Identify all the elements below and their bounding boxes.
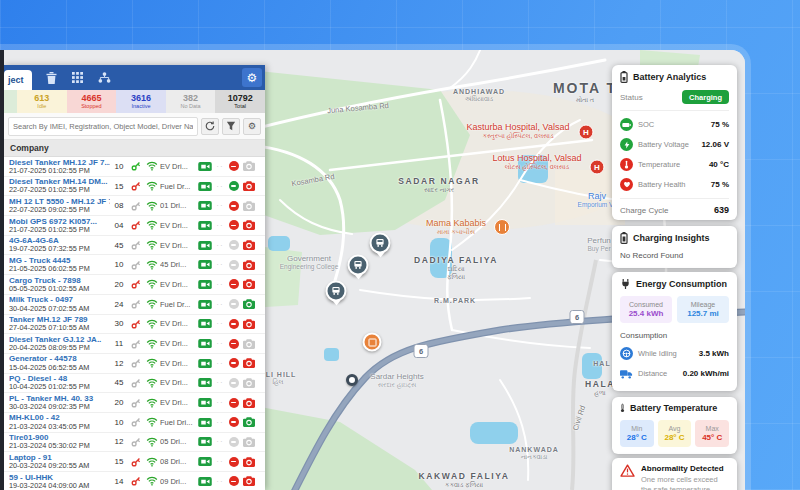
- immobilizer-status-icon[interactable]: [229, 457, 239, 467]
- snapshot-camera-wrap: [241, 260, 257, 270]
- ignition-key-icon: [128, 417, 143, 427]
- vehicle-row[interactable]: Milk Truck - 0497 30-04-2025 07:02:55 AM…: [4, 295, 265, 315]
- video-camera-icon[interactable]: [195, 280, 214, 289]
- gear-icon[interactable]: ⚙: [243, 118, 261, 135]
- immobilizer-status-icon[interactable]: [229, 181, 239, 191]
- video-camera-icon[interactable]: [195, 378, 214, 387]
- immobilizer-status-icon[interactable]: [229, 161, 239, 171]
- immobilizer-status-icon[interactable]: [229, 201, 239, 211]
- snapshot-camera-icon[interactable]: [243, 260, 255, 270]
- video-camera-icon[interactable]: [195, 319, 214, 328]
- vehicle-row[interactable]: MH 12 LT 5550 - MH.12 JF 7... 22-07-2025…: [4, 196, 265, 216]
- hospital-marker[interactable]: H: [579, 125, 594, 140]
- video-camera-icon[interactable]: [195, 339, 214, 348]
- status-filter-nodata[interactable]: 382 No Data: [166, 90, 216, 113]
- snapshot-camera-icon[interactable]: [243, 378, 255, 388]
- video-camera-icon[interactable]: [195, 201, 214, 210]
- status-filter-inactive[interactable]: 3616 Inactive: [116, 90, 166, 113]
- pin-marker[interactable]: [370, 233, 391, 254]
- immobilizer-status-icon[interactable]: [229, 437, 239, 447]
- snapshot-camera-icon[interactable]: [243, 279, 255, 289]
- grid-icon[interactable]: [72, 72, 83, 83]
- video-camera-icon[interactable]: [195, 477, 214, 486]
- vehicle-row[interactable]: 4G-6A-4G-6A 19-07-2025 07:32:55 PM 45 EV…: [4, 236, 265, 256]
- snapshot-camera-icon[interactable]: [243, 417, 255, 427]
- snapshot-camera-icon[interactable]: [243, 358, 255, 368]
- food-marker[interactable]: [494, 219, 510, 235]
- video-camera-icon[interactable]: [195, 300, 214, 309]
- status-filter-running[interactable]: [4, 90, 17, 113]
- immobilizer-status-icon[interactable]: [229, 476, 239, 486]
- pin-marker[interactable]: [348, 255, 369, 276]
- snapshot-camera-icon[interactable]: [243, 181, 255, 191]
- wifi-signal-icon: [143, 378, 160, 388]
- snapshot-camera-icon[interactable]: [243, 299, 255, 309]
- vehicle-row[interactable]: Mobi GPS 6972 KI057... 21-07-2025 01:02:…: [4, 216, 265, 236]
- status-filter-idle[interactable]: 613 Idle: [17, 90, 67, 113]
- video-camera-icon[interactable]: [195, 398, 214, 407]
- driver-label: Fuel Dri...: [160, 418, 195, 427]
- video-camera-icon[interactable]: [195, 359, 214, 368]
- video-camera-icon[interactable]: [195, 221, 214, 230]
- vehicle-row[interactable]: MG - Truck 4445 21-05-2025 06:02:55 PM 1…: [4, 255, 265, 275]
- snapshot-camera-icon[interactable]: [243, 457, 255, 467]
- snapshot-camera-icon[interactable]: [243, 437, 255, 447]
- vehicle-row[interactable]: PQ - Diesel - 48 10-04-2025 01:02:55 PM …: [4, 374, 265, 394]
- ignition-key-icon: [128, 457, 143, 467]
- snapshot-camera-icon[interactable]: [243, 240, 255, 250]
- vehicle-row[interactable]: Tire01-900 21-03-2024 05:30:02 PM 12 05 …: [4, 433, 265, 453]
- driver-label: Fuel Dr...: [160, 300, 195, 309]
- status-filter-total[interactable]: 10792 Total: [215, 90, 265, 113]
- vehicle-row[interactable]: PL - Tanker MH. 40. 33 30-03-2024 09:02:…: [4, 393, 265, 413]
- video-camera-icon[interactable]: [195, 437, 214, 446]
- search-input[interactable]: [8, 117, 198, 136]
- vehicle-row[interactable]: Diesel Tanker MH.12 JF 7... 21-07-2025 0…: [4, 157, 265, 177]
- snapshot-camera-icon[interactable]: [243, 398, 255, 408]
- status-filter-stopped[interactable]: 4665 Stopped: [67, 90, 117, 113]
- table-header-company[interactable]: Company: [4, 140, 265, 157]
- sitemap-icon[interactable]: [98, 72, 111, 83]
- snapshot-camera-icon[interactable]: [243, 319, 255, 329]
- panel-settings-button[interactable]: ⚙: [242, 68, 262, 87]
- vehicle-row[interactable]: Generator - 44578 15-04-2025 06:52:55 AM…: [4, 354, 265, 374]
- station-marker[interactable]: [363, 333, 382, 352]
- vehicle-last-update: 21-07-2025 01:02:55 PM: [9, 167, 110, 175]
- immobilizer-status-icon[interactable]: [229, 220, 239, 230]
- immobilizer-status-icon[interactable]: [229, 299, 239, 309]
- immobilizer-status-icon[interactable]: [229, 240, 239, 250]
- snapshot-camera-icon[interactable]: [243, 339, 255, 349]
- immobilizer-status-icon[interactable]: [229, 417, 239, 427]
- trash-icon[interactable]: [46, 72, 57, 84]
- immobilizer-status-icon[interactable]: [229, 260, 239, 270]
- immobilizer-status-icon[interactable]: [229, 378, 239, 388]
- video-camera-icon[interactable]: [195, 162, 214, 171]
- video-camera-icon[interactable]: [195, 260, 214, 269]
- hospital-marker[interactable]: H: [590, 160, 605, 175]
- immobilizer-status-icon[interactable]: [229, 358, 239, 368]
- tab-object[interactable]: ject: [4, 70, 32, 90]
- dot-marker[interactable]: [346, 374, 358, 386]
- refresh-icon[interactable]: [201, 118, 219, 135]
- snapshot-camera-icon[interactable]: [243, 220, 255, 230]
- vehicle-row[interactable]: Diesel Tanker GJ.12 JA.. 20-04-2025 08:0…: [4, 334, 265, 354]
- vehicle-row[interactable]: Tanker MH.12 JF 789 27-04-2025 07:10:55 …: [4, 315, 265, 335]
- immobilizer-status-icon[interactable]: [229, 339, 239, 349]
- immobilizer-status-icon[interactable]: [229, 398, 239, 408]
- vehicle-row[interactable]: Laptop - 91 20-03-2024 09:20:55 AM 15 08…: [4, 452, 265, 472]
- pin-marker[interactable]: [326, 281, 347, 302]
- video-camera-icon[interactable]: [195, 182, 214, 191]
- vehicle-row[interactable]: 59 - UI-HHK 19-03-2024 04:09:00 AM 14 09…: [4, 472, 265, 490]
- snapshot-camera-icon[interactable]: [243, 201, 255, 211]
- vehicle-row[interactable]: MH-KL00 - 42 21-03-2024 03:45:05 PM 10 F…: [4, 413, 265, 433]
- vehicle-row[interactable]: Diesel Tanker MH.14 DM... 22-07-2025 01:…: [4, 177, 265, 197]
- immobilizer-status-icon[interactable]: [229, 319, 239, 329]
- filter-icon[interactable]: [222, 118, 240, 135]
- snapshot-camera-icon[interactable]: [243, 476, 255, 486]
- immobilizer-status-icon[interactable]: [229, 279, 239, 289]
- video-camera-icon[interactable]: [195, 241, 214, 250]
- immobilizer-status-wrap: [226, 398, 241, 408]
- video-camera-icon[interactable]: [195, 418, 214, 427]
- video-camera-icon[interactable]: [195, 457, 214, 466]
- vehicle-row[interactable]: Cargo Truck - 7898 05-05-2025 01:02:55 A…: [4, 275, 265, 295]
- snapshot-camera-icon[interactable]: [243, 161, 255, 171]
